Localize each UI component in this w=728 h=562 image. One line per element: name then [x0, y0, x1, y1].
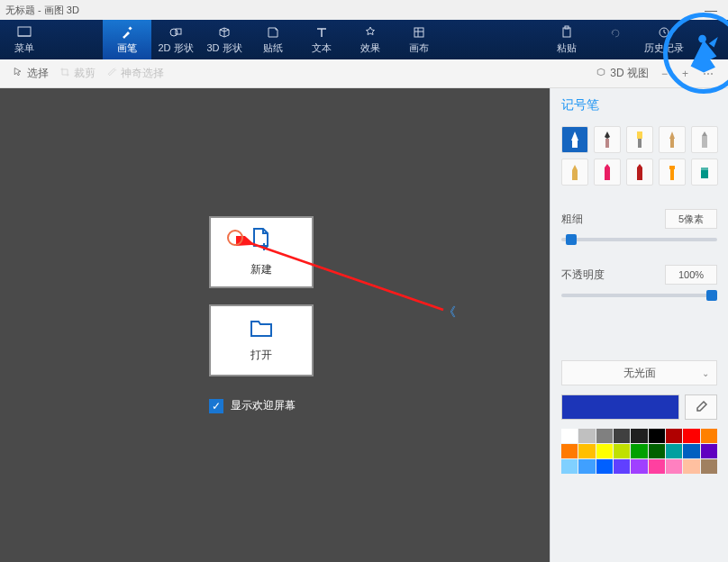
- brush-fill[interactable]: [691, 159, 718, 186]
- brush-crayon[interactable]: [594, 159, 621, 186]
- more-button[interactable]: ⋯: [696, 64, 721, 84]
- main: 《 新建 打开 ✓ 显示欢迎屏幕: [0, 88, 728, 562]
- ribbon-menu[interactable]: 菜单: [0, 20, 49, 59]
- brush-marker[interactable]: [561, 126, 588, 153]
- palette-swatch[interactable]: [578, 459, 595, 474]
- checkbox-icon: ✓: [209, 399, 223, 413]
- palette-swatch[interactable]: [596, 429, 613, 443]
- ribbon-history-label: 历史记录: [644, 41, 684, 55]
- folder-icon: [250, 318, 273, 340]
- palette-swatch[interactable]: [666, 444, 682, 458]
- paste-icon: [560, 25, 574, 40]
- undo-icon: [608, 26, 623, 41]
- palette-swatch[interactable]: [561, 444, 578, 458]
- ribbon-brush[interactable]: 画笔: [103, 20, 151, 59]
- view3d-tool[interactable]: 3D 视图: [590, 62, 654, 85]
- palette-swatch[interactable]: [614, 429, 630, 443]
- palette-swatch[interactable]: [614, 444, 630, 458]
- sub-toolbar: 选择 裁剪 神奇选择 3D 视图 − + ⋯: [0, 59, 728, 88]
- ribbon-history[interactable]: 历史记录: [640, 20, 688, 59]
- minimize-button[interactable]: —: [699, 3, 723, 17]
- show-welcome-checkbox-row[interactable]: ✓ 显示欢迎屏幕: [209, 398, 296, 413]
- cube-icon: [596, 67, 606, 80]
- opacity-label: 不透明度: [561, 267, 605, 283]
- panel-title: 记号笔: [561, 97, 717, 113]
- select-tool[interactable]: 选择: [7, 62, 54, 85]
- welcome-dialog: 新建 打开 ✓ 显示欢迎屏幕: [189, 216, 333, 413]
- brush-pixel[interactable]: [626, 159, 653, 186]
- new-button[interactable]: 新建: [209, 216, 314, 288]
- zoom-in-button[interactable]: +: [675, 64, 696, 84]
- palette-swatch[interactable]: [701, 429, 717, 443]
- ribbon-text-label: 文本: [312, 41, 332, 55]
- ribbon-menu-label: 菜单: [14, 41, 34, 55]
- svg-rect-21: [637, 168, 642, 180]
- crop-icon: [59, 67, 70, 80]
- ribbon-3d[interactable]: 3D 形状: [200, 20, 249, 59]
- open-button[interactable]: 打开: [209, 304, 314, 376]
- brush-watercolor[interactable]: [659, 126, 686, 153]
- palette-swatch[interactable]: [683, 459, 699, 474]
- finish-select[interactable]: 无光面 ⌄: [561, 360, 717, 385]
- ribbon-stickers[interactable]: 贴纸: [249, 20, 297, 59]
- palette-swatch[interactable]: [631, 459, 647, 474]
- brush-icon: [120, 25, 134, 40]
- palette-swatch[interactable]: [614, 459, 630, 474]
- menu-icon: [17, 25, 32, 40]
- palette-swatch[interactable]: [596, 459, 613, 474]
- ribbon-2d[interactable]: 2D 形状: [151, 20, 200, 59]
- palette-swatch[interactable]: [649, 444, 665, 458]
- svg-rect-25: [701, 168, 708, 170]
- ribbon-canvas[interactable]: 画布: [395, 20, 443, 59]
- brush-eraser[interactable]: [561, 159, 588, 186]
- finish-label: 无光面: [623, 366, 656, 381]
- ribbon-text[interactable]: 文本: [297, 20, 346, 59]
- svg-rect-14: [605, 139, 609, 148]
- palette-swatch[interactable]: [683, 429, 699, 443]
- opacity-input[interactable]: 100%: [665, 265, 717, 285]
- thickness-input[interactable]: 5像素: [665, 209, 717, 229]
- palette-swatch[interactable]: [666, 459, 682, 474]
- color-row: [561, 394, 717, 420]
- palette-swatch[interactable]: [631, 444, 647, 458]
- canvas-area[interactable]: 《 新建 打开 ✓ 显示欢迎屏幕: [0, 88, 550, 562]
- thickness-slider[interactable]: [561, 238, 717, 241]
- palette-swatch[interactable]: [683, 444, 699, 458]
- palette-swatch[interactable]: [578, 444, 595, 458]
- opacity-row: 不透明度 100%: [561, 265, 717, 285]
- brush-grid: [561, 126, 717, 186]
- palette-swatch[interactable]: [701, 444, 717, 458]
- current-color-swatch[interactable]: [561, 394, 679, 420]
- palette-swatch[interactable]: [649, 459, 665, 474]
- ribbon-paste[interactable]: 粘贴: [542, 20, 591, 59]
- svg-rect-15: [637, 131, 642, 139]
- show-welcome-label: 显示欢迎屏幕: [231, 398, 296, 413]
- palette-swatch[interactable]: [561, 429, 578, 443]
- palette-swatch[interactable]: [596, 444, 613, 458]
- zoom-out-button[interactable]: −: [654, 64, 675, 84]
- ribbon-canvas-label: 画布: [409, 41, 429, 55]
- palette-swatch[interactable]: [666, 429, 682, 443]
- ribbon-effects[interactable]: 效果: [346, 20, 395, 59]
- ribbon-3d-label: 3D 形状: [206, 41, 241, 55]
- brush-pencil[interactable]: [691, 126, 718, 153]
- palette-swatch[interactable]: [649, 429, 665, 443]
- new-label: 新建: [250, 262, 272, 277]
- ribbon-2d-label: 2D 形状: [158, 41, 193, 55]
- right-panel: 记号笔 粗细 5像素 不透明度 100% 无光面 ⌄: [550, 88, 728, 562]
- opacity-slider[interactable]: [561, 294, 717, 297]
- text-icon: [314, 25, 329, 40]
- brush-calligraphy[interactable]: [594, 126, 621, 153]
- svg-rect-13: [572, 140, 578, 148]
- palette-swatch[interactable]: [578, 429, 595, 443]
- palette-swatch[interactable]: [561, 459, 578, 474]
- ribbon-brush-label: 画笔: [117, 41, 137, 55]
- brush-spray[interactable]: [659, 159, 686, 186]
- chevron-down-icon: ⌄: [702, 368, 709, 378]
- view3d-label: 3D 视图: [610, 66, 649, 81]
- palette-swatch[interactable]: [701, 459, 717, 474]
- palette-swatch[interactable]: [631, 429, 647, 443]
- brush-oil[interactable]: [626, 126, 653, 153]
- eyedropper-button[interactable]: [685, 394, 717, 420]
- svg-rect-23: [670, 169, 674, 180]
